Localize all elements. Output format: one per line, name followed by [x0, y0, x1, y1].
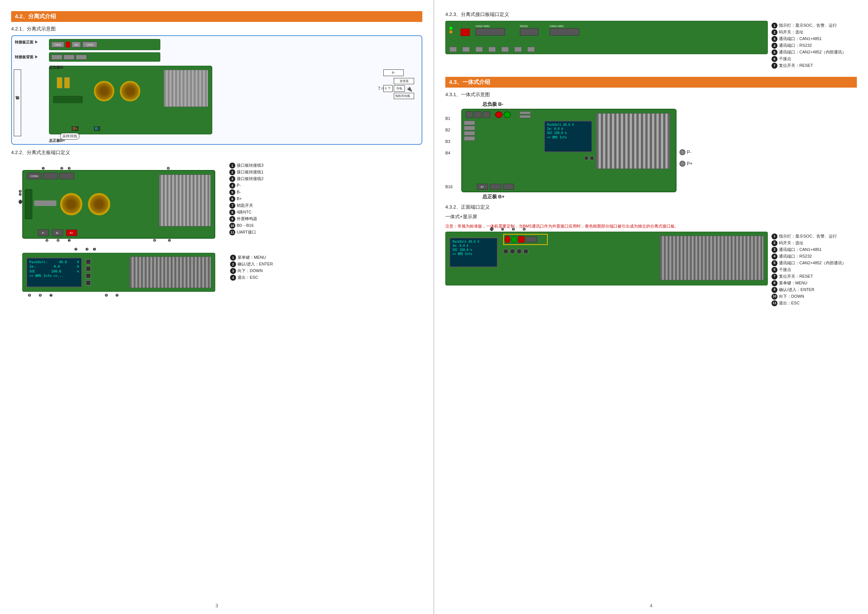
b4-label: B4: [445, 151, 458, 155]
section-431-diagram: 总负极 B- B1 B2 B3 B4 B16: [445, 101, 857, 200]
b1-label: B1: [445, 116, 458, 121]
fp-btn4: [523, 249, 529, 254]
section-431-subtitle: 4.3.1、一体式示意图: [445, 91, 857, 98]
heatsink-display: [130, 256, 211, 288]
bottom-connectors: P- B- B+: [38, 229, 77, 236]
page-num-left: 3: [215, 603, 218, 608]
interface-board-front: CAN1 232 CAN2: [49, 39, 160, 50]
legend-item-2: 2接口板转接线1: [229, 169, 300, 175]
top-num-dots-432: ⓫ ❿ ❾ ❽: [490, 227, 526, 231]
conn-top1: CONN: [27, 173, 42, 179]
p-minus-box: P-: [383, 70, 404, 76]
section-42-title: 4.2、分离式介绍: [15, 13, 56, 19]
bc2: [462, 47, 470, 52]
bc5: [501, 47, 509, 52]
int-buttons: [584, 156, 594, 160]
total-neg-label: 总负极B-: [49, 65, 64, 70]
int-bc1: B+: [477, 184, 488, 190]
num-dot-2: ❷: [60, 166, 64, 171]
bottom-connectors-423: [450, 47, 535, 52]
back-conn1: [51, 54, 62, 60]
section-422-content: CONN P- B- B+ ❶: [11, 159, 422, 244]
legend-432-9: 9确认/进入：ENTER: [772, 287, 857, 293]
disp-num-2: ❷: [74, 247, 78, 251]
btn-legend-4: 4退出：ESC: [230, 275, 297, 281]
p-plus-circle: [679, 161, 685, 167]
can2-area: CAN2+4852: [475, 25, 505, 36]
lcd-display: PackVolt：49.6V Im：0.0A SOC100.0% << BMS …: [26, 257, 82, 287]
fp-led-red: [505, 236, 510, 243]
page-num-right: 4: [650, 603, 653, 608]
transformer-1: [94, 81, 114, 101]
rs232-port: [520, 28, 538, 36]
legend-423-2: 2码开关：选址: [772, 29, 857, 35]
int-btn2: [590, 156, 594, 160]
led-green: [450, 27, 453, 30]
heatsink-fp: [660, 236, 764, 280]
display-section: ❷ ❸ ❶ PackVolt：49.6V Im：0.0A SOC100.0%: [11, 247, 422, 296]
disp-num-7b: ❼: [50, 293, 53, 297]
chip-row: [34, 200, 56, 206]
disp-num-1: ❶: [93, 247, 96, 251]
fp-btns: [503, 249, 529, 254]
legend-423-1: 1指示灯：显示SOC、告警、运行: [772, 23, 857, 29]
btn-1: [86, 259, 91, 264]
cap-1: [57, 77, 62, 88]
bc7: [527, 47, 535, 52]
bc1: [450, 47, 457, 52]
fp-dip: [518, 236, 525, 243]
tc3: [483, 112, 490, 118]
legend-item-1: 1接口板转接线3: [229, 163, 300, 169]
red-indicator: [66, 42, 70, 48]
p-minus-conn: P-: [38, 229, 49, 236]
transformer-2: [120, 81, 140, 101]
p-plus-terminal: P+: [679, 161, 693, 167]
bat-c3: [464, 131, 475, 135]
bat-c1: [464, 121, 475, 125]
num-dot-8: ❽: [56, 238, 60, 242]
num-dot-9: ❾: [45, 238, 49, 242]
btn-legend-2: 2确认/进入：ENTER: [230, 261, 297, 267]
trans-422-2: [88, 193, 110, 215]
tr1: [519, 112, 531, 114]
dip-switch: [460, 29, 470, 36]
int-btn1: [584, 156, 589, 160]
display-line-4: << BMS Info <<...: [29, 274, 79, 278]
fp-line3: SOC 100.0 %: [453, 248, 494, 252]
display-pcb: PackVolt：49.6V Im：0.0A SOC100.0% << BMS …: [22, 253, 215, 292]
trans-422-1: [60, 193, 82, 215]
legend-423: 1指示灯：显示SOC、告警、运行 2码开关：选址 3通讯端口：CAN1+4851…: [772, 21, 857, 70]
section-423-subtitle: 4.2.3、分离式接口板端口定义: [445, 11, 857, 18]
num-dot-10: ❿: [19, 192, 22, 196]
b3-label: B3: [445, 139, 458, 144]
main-pcb-board: B+ B-: [49, 66, 212, 134]
btn-legend-1: 1菜单键：MENU: [230, 255, 297, 260]
cap-2: [64, 77, 70, 88]
top-connectors: CONN: [27, 173, 74, 179]
legend-432-2: 2码开关：选址: [772, 240, 857, 246]
top-right-conns: [519, 112, 531, 118]
section-43-header: 4.3、一体式介绍: [445, 77, 857, 88]
control-buttons: [86, 259, 91, 285]
num-dot-11: ⓫: [19, 200, 22, 204]
pop-minus-box: P-OOP+: [383, 85, 393, 92]
fp-conn1: [526, 236, 537, 242]
can1-connector: CAN1: [51, 42, 64, 48]
chips-area: [53, 96, 83, 103]
btn-2: [86, 266, 91, 271]
section-432-subtitle: 4.3.2、正面端口定义: [445, 204, 857, 211]
num-dot-7: ❼: [68, 238, 71, 242]
btn-4: [86, 280, 91, 285]
fp-btn3: [516, 249, 522, 254]
bottom-nums: ❾ ❽ ❼ ❻ ❺: [28, 293, 119, 297]
total-pos-label: 总正极B+: [49, 138, 65, 143]
section-421-diagram: 转接板正面 ▶ 转接板背面 ▶ CAN1 232 CAN2: [11, 35, 422, 145]
page-right: 4.2.3、分离式接口板端口定义 CAN2+4852 R: [434, 0, 868, 614]
front-panel-pcb: PackVolt 49.6 V Im: 0.0 A SOC 100.0 % <<…: [445, 232, 768, 285]
fp-btn2: [510, 249, 515, 254]
rs232-connector: 232: [71, 42, 81, 48]
section-423-content: CAN2+4852 RS232 CAN1+4851: [445, 21, 857, 70]
can2-port: [475, 28, 505, 36]
display-board-area: ❷ ❸ ❶ PackVolt：49.6V Im：0.0A SOC100.0%: [11, 247, 226, 296]
market-elec-box: 市电: [394, 85, 405, 92]
